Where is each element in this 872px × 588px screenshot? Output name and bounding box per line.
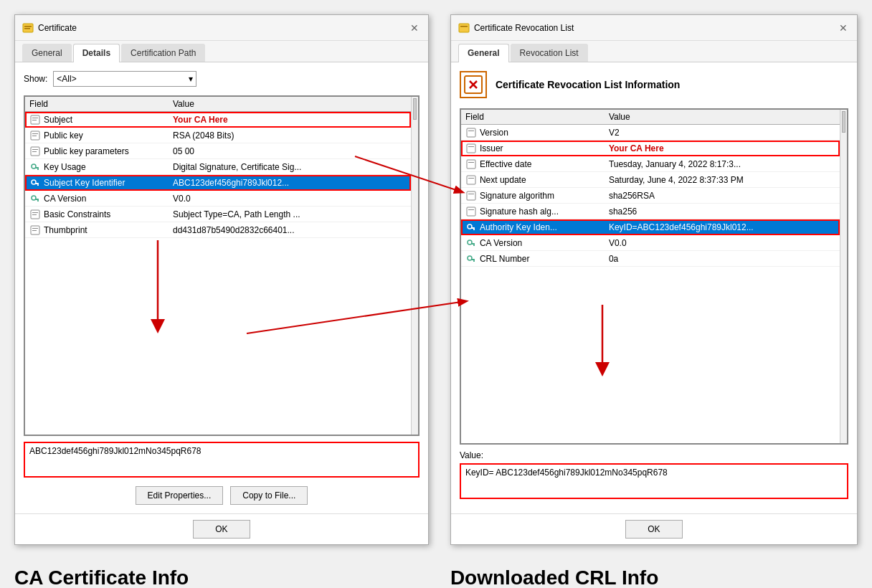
show-dropdown[interactable]: <All> ▾	[53, 71, 196, 87]
row-field-value: dd431d87b5490d2832c66401...	[173, 225, 407, 235]
table-row[interactable]: Public key RSA (2048 Bits)	[25, 128, 411, 143]
row-field-value: Subject Type=CA, Path Length ...	[173, 209, 407, 219]
svg-rect-13	[35, 167, 39, 169]
svg-rect-19	[35, 199, 39, 200]
right-col-field-header: Field	[465, 112, 609, 122]
table-row[interactable]: Signature algorithm sha256RSA	[461, 188, 840, 204]
row-icon	[29, 177, 41, 189]
table-row[interactable]: Key Usage Digital Signature, Certificate…	[25, 159, 411, 175]
annotations: CA Certificate Info Downloaded CRL Info	[0, 559, 872, 588]
row-icon	[29, 193, 41, 204]
crl-window: Certificate Revocation List ✕ General Re…	[450, 14, 858, 545]
left-scrollbar[interactable]	[411, 97, 418, 435]
edit-properties-button[interactable]: Edit Properties...	[136, 486, 224, 505]
row-field-value: Your CA Here	[173, 115, 407, 125]
svg-rect-11	[32, 151, 37, 152]
row-field-value: sha256RSA	[609, 191, 835, 201]
svg-rect-41	[468, 194, 474, 194]
annotation-right: Downloaded CRL Info	[450, 566, 858, 588]
row-field-value: Your CA Here	[609, 143, 835, 153]
crl-icon	[460, 71, 487, 98]
svg-rect-20	[37, 200, 39, 201]
left-ok-row: OK	[15, 513, 428, 544]
svg-rect-5	[32, 120, 37, 120]
svg-rect-38	[467, 176, 475, 184]
row-field-name: Public key parameters	[44, 146, 173, 156]
row-icon	[465, 174, 477, 186]
crl-window-icon	[458, 22, 470, 34]
svg-rect-26	[32, 230, 37, 231]
right-col-value-header: Value	[609, 112, 835, 122]
right-scrollbar[interactable]	[840, 110, 847, 443]
svg-rect-46	[473, 229, 475, 230]
table-row[interactable]: Public key parameters 05 00	[25, 143, 411, 159]
table-row[interactable]: Version V2	[461, 125, 840, 141]
svg-rect-52	[473, 260, 475, 262]
table-row[interactable]: Signature hash alg... sha256	[461, 204, 840, 219]
certificate-tabs: General Details Certification Path	[15, 41, 428, 62]
certificate-window: Certificate ✕ General Details Certificat…	[14, 14, 429, 545]
svg-rect-10	[32, 149, 38, 150]
tab-general-right[interactable]: General	[458, 44, 509, 62]
row-field-name: Version	[480, 128, 609, 138]
show-row: Show: <All> ▾	[24, 71, 420, 87]
left-field-table: Field Value Subject Your CA Here	[24, 95, 420, 436]
left-table-header: Field Value	[25, 97, 411, 112]
left-value-box: ABC123def456ghi789Jkl012mNo345pqR678	[24, 442, 420, 478]
crl-info-title: Certificate Revocation List Information	[496, 79, 680, 90]
row-field-name: Next update	[480, 175, 609, 185]
right-ok-button[interactable]: OK	[625, 520, 683, 539]
tab-certification-path[interactable]: Certification Path	[121, 44, 205, 62]
svg-rect-23	[32, 214, 37, 215]
table-row[interactable]: Issuer Your CA Here	[461, 141, 840, 156]
table-row[interactable]: Thumbprint dd431d87b5490d2832c66401...	[25, 222, 411, 238]
table-row[interactable]: Basic Constraints Subject Type=CA, Path …	[25, 207, 411, 222]
svg-rect-25	[32, 228, 38, 229]
table-row[interactable]: Next update Saturday, June 4, 2022 8:37:…	[461, 172, 840, 188]
table-row[interactable]: Effective date Tuesday, January 4, 2022 …	[461, 156, 840, 172]
row-icon	[465, 158, 477, 170]
row-icon	[29, 209, 41, 220]
tab-revocation-list[interactable]: Revocation List	[511, 44, 588, 62]
tab-general-left[interactable]: General	[22, 44, 72, 62]
copy-to-file-button[interactable]: Copy to File...	[230, 486, 308, 505]
svg-rect-16	[35, 183, 39, 184]
row-field-value: KeyID=ABC123def456ghi789Jkl012...	[609, 222, 835, 232]
certificate-close-button[interactable]: ✕	[408, 22, 421, 34]
row-field-value: sha256	[609, 207, 835, 217]
table-row[interactable]: CA Version V0.0	[25, 191, 411, 207]
svg-rect-7	[32, 133, 38, 134]
svg-rect-22	[32, 212, 38, 213]
table-row[interactable]: Authority Key Iden... KeyID=ABC123def456…	[461, 219, 840, 235]
row-field-value: RSA (2048 Bits)	[173, 131, 407, 141]
row-icon	[29, 161, 41, 173]
crl-close-button[interactable]: ✕	[837, 22, 850, 34]
svg-rect-4	[32, 118, 38, 118]
show-label: Show:	[24, 74, 47, 84]
table-row[interactable]: CA Version V0.0	[461, 235, 840, 251]
right-table-body[interactable]: Version V2 Issuer Your CA Here	[461, 125, 840, 443]
right-value-box: KeyID= ABC123def456ghi789Jkl012mNo345pqR…	[460, 463, 848, 499]
tab-details[interactable]: Details	[73, 44, 120, 62]
table-row[interactable]: Subject Your CA Here	[25, 112, 411, 128]
crl-tabs: General Revocation List	[451, 41, 857, 62]
left-table-body[interactable]: Subject Your CA Here Public key RSA (204…	[25, 112, 411, 435]
table-row[interactable]: Subject Key Identifier ABC123def456ghi78…	[25, 175, 411, 191]
svg-rect-32	[467, 128, 475, 137]
left-ok-button[interactable]: OK	[193, 520, 250, 539]
row-icon	[465, 237, 477, 249]
row-field-value: ABC123def456ghi789Jkl012...	[173, 178, 407, 188]
row-icon	[465, 127, 477, 138]
row-field-value: 05 00	[173, 146, 407, 156]
crl-title: Certificate Revocation List	[474, 23, 574, 33]
row-icon	[465, 253, 477, 265]
svg-rect-8	[32, 136, 37, 136]
row-icon	[465, 222, 477, 233]
right-table-header: Field Value	[461, 110, 840, 125]
row-field-name: Authority Key Iden...	[480, 222, 609, 232]
crl-info-header: Certificate Revocation List Information	[460, 71, 848, 98]
svg-rect-34	[467, 144, 475, 153]
row-field-name: Key Usage	[44, 162, 173, 172]
svg-rect-48	[471, 243, 475, 245]
table-row[interactable]: CRL Number 0a	[461, 251, 840, 267]
